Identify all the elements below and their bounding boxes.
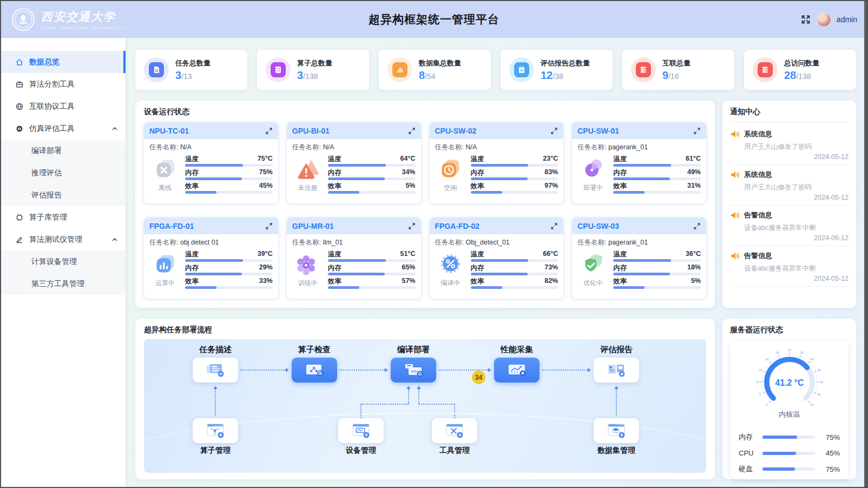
progress-bar: [328, 177, 416, 180]
sidebar-item-data-overview[interactable]: 数据总览: [1, 51, 126, 73]
flow-step-evaluation-report[interactable]: [594, 358, 639, 383]
section-title-flow: 超异构任务部署流程: [144, 325, 706, 335]
section-title-devices: 设备运行状态: [144, 107, 706, 117]
flow-tool-label: 工具管理: [419, 446, 490, 456]
stat-card-operators: 算子总数量 3/138: [257, 50, 369, 90]
deployment-flow-panel: 超异构任务部署流程 任务描述 算子检查 编译部署 性能采集 评估报告 34: [135, 319, 715, 479]
stat-card-visits: 总访问数量 28/138: [744, 50, 856, 90]
speaker-icon: [730, 211, 740, 220]
progress-bar: [762, 452, 815, 455]
notification-item[interactable]: 告警信息 设备abc服务器异常中断 2024-05-12: [730, 246, 849, 287]
expand-icon[interactable]: [693, 222, 701, 230]
flow-tool-operator-mgmt[interactable]: [193, 418, 238, 443]
flow-arrow: [542, 370, 588, 371]
progress-bar: [471, 259, 558, 262]
expand-icon[interactable]: [550, 222, 558, 230]
progress-bar: [471, 164, 558, 167]
stat-value: 8: [419, 69, 425, 81]
device-name: FPGA-FD-02: [435, 222, 479, 230]
flow-arrow: [339, 370, 385, 371]
clipboard-icon: [517, 65, 526, 74]
compile-deploy-icon: </>: [403, 362, 424, 378]
expand-icon[interactable]: [265, 222, 273, 230]
flow-step-compile-deploy[interactable]: </>: [391, 358, 436, 383]
svg-text:45: 45: [817, 368, 820, 372]
device-card-npu-tc-01: NPU-TC-01 任务名称: N/A 离线 温度75°C 内存75%: [144, 122, 278, 203]
university-name-cn: 西安交通大学: [41, 9, 126, 24]
speaker-icon: [730, 170, 740, 179]
notification-center-panel: 通知中心 系统信息 用户王大山修改了密码 2024-05-12 系统信息 用户王…: [722, 101, 856, 308]
server-status-panel: 服务器运行状态 05101520253035404550556041.2 °C …: [722, 319, 856, 479]
page-scrollbar[interactable]: [864, 1, 867, 487]
task-name: llm_01: [323, 239, 343, 246]
optimizing-status-icon: [581, 268, 606, 278]
chip-icon: [15, 213, 24, 222]
device-name: GPU-MR-01: [292, 222, 334, 230]
svg-text:25: 25: [775, 351, 779, 354]
expand-icon[interactable]: [550, 127, 558, 135]
avatar[interactable]: [817, 12, 831, 27]
expand-icon[interactable]: [408, 127, 416, 135]
stat-value: 9: [662, 69, 668, 81]
sidebar-item-algorithm-tester[interactable]: 算法测试仪管理: [1, 228, 126, 250]
dataset-mgmt-icon: [606, 423, 627, 439]
gauge-label: 内核温: [779, 410, 800, 419]
sidebar-item-simulation-evaluation[interactable]: 仿真评估工具: [1, 117, 126, 140]
compiling-status-icon: [438, 268, 463, 278]
offline-status-icon: [153, 173, 177, 182]
university-name-en: XI'AN JIAOTONG UNIVERSITY: [41, 25, 126, 30]
username[interactable]: admin: [837, 15, 857, 24]
chevron-up-icon: [111, 236, 118, 243]
expand-icon[interactable]: [408, 222, 416, 230]
briefcase-icon: [15, 80, 24, 89]
device-card-gpu-bi-01: GPU-BI-01 任务名称: N/A 未注册 温度64°C 内存34%: [287, 122, 421, 203]
status-label: 部署中: [577, 183, 609, 193]
progress-bar: [613, 164, 701, 167]
svg-text:5: 5: [759, 393, 761, 396]
progress-bar: [613, 177, 701, 180]
flow-step-performance-collect[interactable]: [494, 358, 540, 383]
flow-tool-dataset-mgmt[interactable]: [594, 418, 639, 443]
sidebar-subitem-compile-deploy[interactable]: 编译部署: [1, 140, 126, 162]
stat-card-datasets: 数据集总数量 8/54: [379, 50, 491, 90]
main-content: 任务总数量 3/13 算子总数量 3/138 数据集总数量 8/54 评估报告总…: [126, 38, 867, 487]
evaluation-report-icon: [606, 362, 627, 378]
sidebar-item-algorithm-partition[interactable]: 算法分割工具: [1, 73, 126, 95]
device-name: FPGA-FD-01: [149, 222, 194, 230]
sidebar-subitem-inference-eval[interactable]: 推理评估: [1, 162, 126, 184]
notification-item[interactable]: 系统信息 用户王大山修改了密码 2024-05-12: [730, 165, 849, 206]
sidebar-subitem-thirdparty-tool-mgmt[interactable]: 第三方工具管理: [1, 273, 126, 295]
fullscreen-icon[interactable]: [800, 14, 811, 25]
expand-icon[interactable]: [265, 127, 273, 135]
sidebar-item-interconnect-protocol[interactable]: 互联协议工具: [1, 95, 126, 117]
sidebar-subitem-compute-device-mgmt[interactable]: 计算设备管理: [1, 250, 126, 273]
flow-tool-device-mgmt[interactable]: [338, 418, 384, 443]
notification-date: 2024-05-12: [730, 234, 849, 242]
flow-step-task-description[interactable]: [193, 358, 238, 383]
app-window: 西安交通大学 XI'AN JIAOTONG UNIVERSITY 超异构框架统一…: [0, 0, 868, 488]
device-status-panel: 设备运行状态 NPU-TC-01 任务名称: N/A 离线: [135, 101, 715, 308]
sidebar-subitem-eval-report[interactable]: 评估报告: [1, 184, 126, 206]
progress-bar: [328, 286, 416, 289]
flow-arrow: [454, 404, 455, 418]
device-name: CPU-SW-03: [577, 222, 619, 230]
expand-icon[interactable]: [693, 127, 701, 135]
stat-card-tasks: 任务总数量 3/13: [135, 50, 247, 90]
flow-tool-tool-mgmt[interactable]: [432, 418, 477, 443]
progress-bar: [762, 436, 815, 439]
device-card-fpga-fd-01: FPGA-FD-01 任务名称: obj detect 01 运算中 温度39°…: [144, 217, 278, 299]
notification-item[interactable]: 系统信息 用户王大山修改了密码 2024-05-12: [730, 124, 849, 165]
status-label: 未注册: [292, 183, 324, 193]
flow-step-operator-check[interactable]: 34: [292, 358, 337, 383]
flow-arrow: [418, 389, 419, 404]
globe-icon: [15, 102, 24, 111]
sidebar-item-operator-library[interactable]: 算子库管理: [1, 206, 126, 228]
svg-text:10: 10: [756, 380, 759, 384]
speaker-icon: [730, 252, 740, 260]
progress-bar: [185, 286, 273, 289]
flow-arrow: [361, 404, 409, 405]
device-name: GPU-BI-01: [292, 127, 330, 135]
flow-tool-label: 设备管理: [326, 446, 396, 456]
notification-item[interactable]: 告警信息 设备abc服务器异常中断 2024-05-12: [730, 206, 849, 246]
progress-bar: [613, 259, 701, 262]
